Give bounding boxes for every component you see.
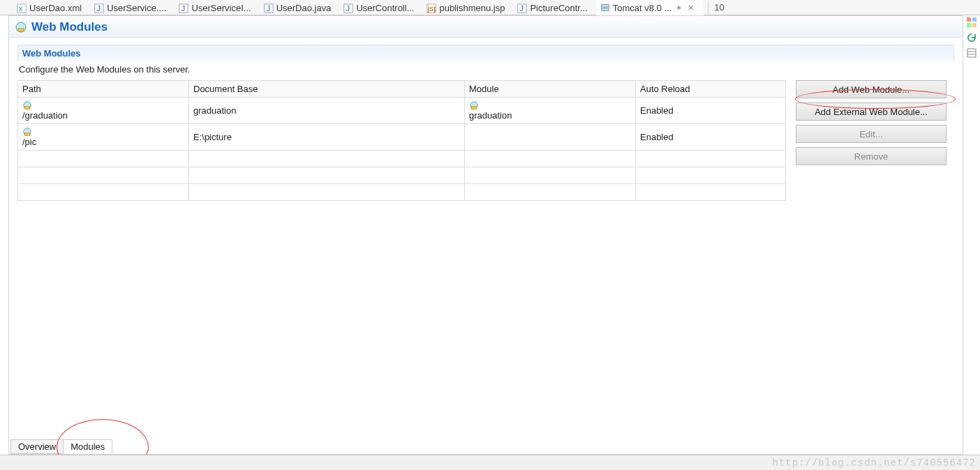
cell-path: /pic (22, 137, 36, 147)
cell-autoreload (636, 184, 786, 201)
edit-button[interactable]: Edit... (796, 125, 946, 143)
svg-rect-14 (602, 5, 609, 8)
svg-rect-24 (18, 29, 24, 31)
col-path[interactable]: Path (18, 81, 189, 98)
cell-module (465, 167, 636, 184)
server-icon (600, 3, 610, 13)
col-docbase[interactable]: Document Base (189, 81, 465, 98)
cell-docbase: graduation (189, 98, 465, 124)
table-row[interactable]: /graduation graduation graduation Enable… (18, 98, 786, 124)
grid-palette-icon[interactable] (966, 17, 977, 28)
editor-tab-usercontroll[interactable]: J UserControll... (339, 0, 422, 15)
cell-path (18, 184, 189, 201)
cell-autoreload (636, 167, 786, 184)
col-autoreload[interactable]: Auto Reload (636, 81, 786, 98)
cell-path: /graduation (22, 110, 68, 121)
svg-rect-19 (972, 23, 977, 27)
svg-text:J: J (346, 3, 350, 12)
editor-tab-tomcat[interactable]: Tomcat v8.0 ... ✶ ✕ (596, 0, 704, 15)
editor-tab-userdao-java[interactable]: J UserDao.java (260, 0, 340, 15)
add-web-module-button[interactable]: Add Web Module... (796, 80, 946, 98)
table-row[interactable] (18, 151, 786, 167)
sub-tab-modules[interactable]: Modules (63, 439, 112, 454)
java-file-icon: J (179, 3, 188, 13)
panel-description: Configure the Web Modules on this server… (17, 61, 954, 80)
svg-rect-18 (967, 23, 971, 27)
java-file-icon: J (343, 3, 353, 13)
cell-module (465, 151, 636, 167)
svg-text:J: J (181, 3, 186, 12)
web-module-icon (22, 127, 184, 137)
editor-tab-publishmenu-jsp[interactable]: jsp publishmenu.jsp (422, 0, 513, 15)
web-module-icon (469, 100, 631, 110)
cell-autoreload: Enabled (636, 98, 786, 124)
cell-path (18, 151, 189, 167)
cell-docbase (189, 184, 465, 201)
close-icon[interactable]: ✕ (686, 3, 695, 13)
svg-text:x: x (19, 3, 23, 12)
svg-text:J: J (266, 3, 270, 12)
cell-path (18, 167, 189, 184)
right-toolbar (963, 15, 980, 455)
refresh-icon[interactable] (966, 32, 977, 43)
cell-docbase (189, 151, 465, 167)
web-module-icon (15, 21, 27, 33)
svg-text:jsp: jsp (427, 3, 436, 12)
svg-text:J: J (97, 3, 101, 12)
side-buttons: Add Web Module... Add External Web Modul… (796, 80, 946, 165)
svg-rect-26 (25, 107, 30, 109)
table-row[interactable] (18, 167, 786, 184)
outline-icon[interactable] (966, 47, 977, 59)
tab-label: UserServiceI... (191, 3, 251, 13)
cell-docbase (189, 167, 465, 184)
tab-label: PictureContr... (530, 3, 587, 13)
cell-autoreload (636, 151, 786, 167)
section-title: Web Modules (31, 20, 107, 34)
cell-docbase: E:\picture (189, 124, 465, 151)
add-external-web-module-button[interactable]: Add External Web Module... (796, 103, 946, 121)
editor-tab-userservicei[interactable]: J UserServiceI... (175, 0, 259, 15)
col-module[interactable]: Module (465, 81, 636, 98)
editor-tab-picturecontr[interactable]: J PictureContr... (513, 0, 595, 15)
editor-tab-strip: x UserDao.xml J UserService.... J UserSe… (0, 0, 980, 15)
server-editor-body: Web Modules Web Modules Configure the We… (8, 15, 963, 455)
pin-icon[interactable]: ✶ (674, 3, 683, 13)
cell-module (465, 124, 636, 151)
tab-label: Tomcat v8.0 ... (613, 3, 672, 13)
status-strip: http://blog.csdn.net/s740556472 (0, 455, 980, 470)
java-file-icon: J (94, 3, 104, 13)
cell-module (465, 184, 636, 201)
tab-label: UserDao.xml (29, 3, 82, 13)
cell-autoreload: Enabled (636, 124, 786, 151)
svg-rect-16 (967, 17, 971, 22)
xml-file-icon: x (17, 3, 27, 13)
section-title-bar: Web Modules (9, 16, 963, 38)
svg-rect-17 (972, 17, 977, 22)
editor-tab-userservice[interactable]: J UserService.... (90, 0, 175, 15)
hidden-tabs-count[interactable]: 10 (708, 1, 729, 14)
java-file-icon: J (264, 3, 274, 13)
editor-tab-userdao-xml[interactable]: x UserDao.xml (13, 0, 90, 15)
java-file-icon: J (517, 3, 527, 13)
table-row[interactable] (18, 184, 786, 201)
remove-button[interactable]: Remove (796, 147, 946, 165)
tab-label: UserDao.java (276, 3, 332, 13)
editor-sub-tabs: Overview Modules (10, 439, 112, 454)
panel-title: Web Modules (17, 45, 954, 61)
tab-label: publishmenu.jsp (439, 3, 505, 13)
svg-text:J: J (520, 3, 524, 12)
svg-rect-28 (472, 107, 477, 109)
cell-module: graduation (469, 110, 512, 121)
tab-label: UserService.... (107, 3, 166, 13)
svg-rect-15 (602, 8, 609, 11)
svg-rect-30 (25, 133, 30, 136)
tab-label: UserControll... (356, 3, 414, 13)
svg-rect-20 (967, 49, 976, 57)
web-module-icon (22, 100, 184, 110)
jsp-file-icon: jsp (426, 3, 436, 13)
sub-tab-overview[interactable]: Overview (10, 439, 64, 454)
watermark-text: http://blog.csdn.net/s740556472 (773, 457, 976, 469)
web-modules-table[interactable]: Path Document Base Module Auto Reload /g… (17, 80, 786, 201)
table-row[interactable]: /pic E:\picture Enabled (18, 124, 786, 151)
